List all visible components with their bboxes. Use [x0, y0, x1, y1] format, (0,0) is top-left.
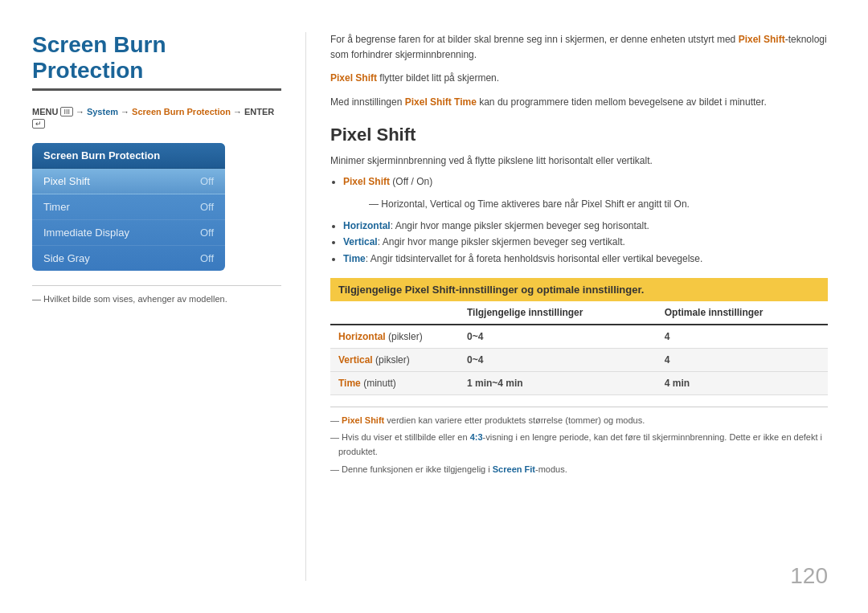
page-number: 120	[790, 563, 828, 589]
arrow1: →	[76, 107, 84, 116]
intro3-highlight: Pixel Shift Time	[405, 96, 477, 108]
bullet1-orange: Pixel Shift	[343, 176, 390, 187]
arrow2: →	[121, 107, 129, 116]
menu-panel: Screen Burn Protection Pixel Shift Off T…	[32, 143, 225, 271]
side-gray-label: Side Gray	[43, 252, 90, 264]
row-vertical-optimal: 4	[657, 348, 828, 371]
page-title: Screen Burn Protection	[32, 32, 281, 91]
side-gray-value: Off	[200, 252, 214, 264]
menu-label: MENU	[32, 107, 58, 116]
bullet1-suffix: (Off / On)	[392, 176, 432, 187]
menu-item-immediate-display[interactable]: Immediate Display Off	[32, 220, 225, 246]
bullet4-label: Time	[343, 253, 366, 264]
left-column: Screen Burn Protection MENU III → System…	[32, 32, 305, 581]
body-text-1: Minimer skjerminnbrenning ved å flytte p…	[330, 153, 828, 169]
right-column: For å begrense faren for at bilder skal …	[305, 32, 828, 581]
row-time-range: 1 min~4 min	[459, 371, 657, 394]
system-link: System	[87, 107, 118, 116]
footnote-1: ― Pixel Shift verdien kan variere etter …	[330, 414, 828, 428]
row-horizontal-optimal: 4	[657, 325, 828, 349]
bullet-list: Pixel Shift (Off / On)	[343, 174, 828, 190]
pixel-shift-section-title: Pixel Shift	[330, 125, 828, 145]
intro2-suffix: flytter bildet litt på skjermen.	[377, 72, 499, 84]
sub-ps: Pixel Shift	[581, 198, 624, 210]
table-row-vertical: Vertical (piksler) 0~4 4	[330, 348, 828, 371]
sub-bullet-list: Horizontal, Vertical og Time aktiveres b…	[356, 196, 828, 212]
table-row-horizontal: Horizontal (piksler) 0~4 4	[330, 325, 828, 349]
intro1-text: For å begrense faren for at bilder skal …	[330, 34, 739, 45]
bullet-time: Time: Angir tidsintervallet for å foreta…	[343, 251, 828, 267]
intro3-suffix: kan du programmere tiden mellom bevegels…	[477, 96, 767, 108]
menu-path: MENU III → System → Screen Burn Protecti…	[32, 107, 281, 129]
row-horizontal-range: 0~4	[459, 325, 657, 349]
footnote-3: ― Denne funksjonen er ikke tilgjengelig …	[330, 463, 828, 477]
row-vertical-label: Vertical (piksler)	[330, 348, 459, 371]
table-header-highlight: Tilgjengelige Pixel Shift-innstillinger …	[330, 278, 828, 301]
timer-label: Timer	[43, 201, 70, 213]
enter-label: ENTER	[244, 107, 274, 116]
sub-bullet-1: Horizontal, Vertical og Time aktiveres b…	[369, 196, 828, 212]
col-available: Tilgjengelige innstillinger	[459, 301, 657, 325]
footnotes-bottom: ― Pixel Shift verdien kan variere etter …	[330, 407, 828, 476]
sub-time: Time	[477, 198, 498, 210]
row-horizontal-label: Horizontal (piksler)	[330, 325, 459, 349]
col-empty	[330, 301, 459, 325]
bullet4-text: : Angir tidsintervallet for å foreta hen…	[366, 253, 703, 264]
sub-on: On	[674, 198, 687, 210]
intro-paragraph-3: Med innstillingen Pixel Shift Time kan d…	[330, 95, 828, 110]
immediate-display-value: Off	[200, 227, 214, 239]
footnote-left-text: Hvilket bilde som vises, avhenger av mod…	[43, 294, 227, 304]
immediate-display-label: Immediate Display	[43, 227, 129, 239]
enter-icon: ↵	[32, 119, 45, 129]
table-row-time: Time (minutt) 1 min~4 min 4 min	[330, 371, 828, 394]
menu-item-side-gray[interactable]: Side Gray Off	[32, 246, 225, 271]
arrow3: →	[233, 107, 242, 116]
menu-item-timer[interactable]: Timer Off	[32, 194, 225, 220]
sub-vertical: Vertical	[430, 198, 461, 210]
timer-value: Off	[200, 201, 214, 213]
menu-panel-title: Screen Burn Protection	[32, 143, 225, 169]
sub-horizontal: Horizontal	[381, 198, 424, 210]
footnote-left: ― Hvilket bilde som vises, avhenger av m…	[32, 285, 281, 304]
screen-burn-link: Screen Burn Protection	[132, 107, 231, 116]
intro-paragraph-1: For å begrense faren for at bilder skal …	[330, 32, 828, 63]
intro2-highlight: Pixel Shift	[330, 72, 377, 84]
menu-icon: III	[60, 107, 73, 116]
menu-item-pixel-shift[interactable]: Pixel Shift Off	[32, 169, 225, 194]
row-vertical-range: 0~4	[459, 348, 657, 371]
intro-paragraph-2: Pixel Shift flytter bildet litt på skjer…	[330, 71, 828, 86]
bullet3-label: Vertical	[343, 236, 378, 247]
pixel-shift-table: Tilgjengelige innstillinger Optimale inn…	[330, 301, 828, 395]
col-optimal: Optimale innstillinger	[657, 301, 828, 325]
bullet3-text: : Angir hvor mange piksler skjermen beve…	[378, 236, 625, 247]
row-time-optimal: 4 min	[657, 371, 828, 394]
bullet-vertical: Vertical: Angir hvor mange piksler skjer…	[343, 234, 828, 250]
intro3-prefix: Med innstillingen	[330, 96, 405, 108]
bullet-1: Pixel Shift (Off / On)	[343, 174, 828, 190]
bullet2-label: Horizontal	[343, 220, 391, 231]
intro1-highlight: Pixel Shift	[739, 34, 785, 45]
footnote-2: ― Hvis du viser et stillbilde eller en 4…	[330, 431, 828, 459]
row-time-label: Time (minutt)	[330, 371, 459, 394]
bullet2-text: : Angir hvor mange piksler skjermen beve…	[391, 220, 649, 231]
pixel-shift-value: Off	[200, 175, 214, 187]
bullet-list-2: Horizontal: Angir hvor mange piksler skj…	[343, 218, 828, 267]
pixel-shift-label: Pixel Shift	[43, 175, 90, 187]
bullet-horizontal: Horizontal: Angir hvor mange piksler skj…	[343, 218, 828, 234]
